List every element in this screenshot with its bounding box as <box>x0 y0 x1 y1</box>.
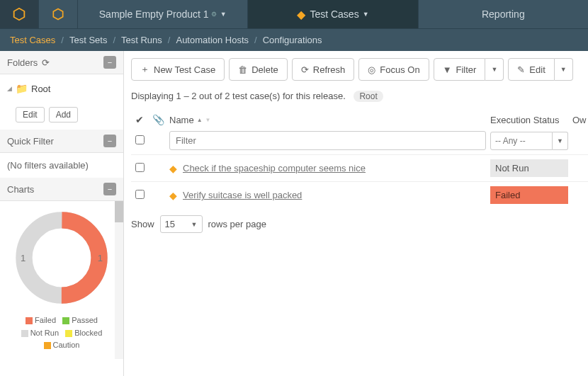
test-cases-menu[interactable]: ◆ Test Cases ▼ <box>248 0 418 28</box>
grid-filter-row: -- Any -- ▼ <box>131 131 588 150</box>
tree-twisty-icon[interactable]: ◢ <box>7 85 12 92</box>
folder-tree: ◢ 📁 Root <box>0 74 123 103</box>
legend-swatch-passed <box>62 317 69 324</box>
pager-suffix: rows per page <box>208 219 266 229</box>
refresh-icon[interactable]: ⟳ <box>42 57 50 68</box>
chart-container: 1 1 Failed Passed Not Run Blocked Cautio… <box>0 201 123 359</box>
delete-button[interactable]: 🗑Delete <box>229 58 288 81</box>
sort-asc-icon: ▲ <box>197 117 203 123</box>
exec-filter-dropdown[interactable]: ▼ <box>553 132 568 150</box>
col-exec-status[interactable]: Execution Status <box>490 115 568 125</box>
donut-label-right: 1 <box>98 253 103 263</box>
chevron-down-icon: ▼ <box>560 66 567 73</box>
row-checkbox[interactable] <box>135 163 145 172</box>
scrollbar-thumb[interactable] <box>115 201 123 222</box>
reporting-label: Reporting <box>482 8 525 20</box>
cube-logo-icon <box>11 6 27 22</box>
toolbar: ＋New Test Case 🗑Delete ⟳Refresh ◎Focus O… <box>131 58 588 81</box>
exec-filter-select[interactable]: -- Any -- <box>490 132 553 150</box>
grid-rows: ◆Check if the spaceship computer seems n… <box>131 154 588 208</box>
donut-label-left: 1 <box>21 253 26 263</box>
charts-title: Charts <box>7 184 34 195</box>
sub-nav: Test Cases / Test Sets / Test Runs / Aut… <box>0 28 588 51</box>
select-all-checkbox[interactable] <box>135 135 145 144</box>
edit-dropdown[interactable]: ▼ <box>555 58 573 81</box>
pager-show-label: Show <box>131 219 154 229</box>
edit-button[interactable]: ✎Edit <box>508 58 554 81</box>
filter-button-group: ▼Filter ▼ <box>434 58 504 81</box>
folder-icon: 📁 <box>16 83 28 94</box>
product-selector[interactable]: Sample Empty Product 1 ⚙ ▼ <box>78 0 248 28</box>
new-test-case-button[interactable]: ＋New Test Case <box>131 58 225 81</box>
chart-legend: Failed Passed Not Run Blocked Caution <box>21 314 103 352</box>
plus-icon: ＋ <box>140 63 149 76</box>
collapse-charts-button[interactable]: − <box>103 183 116 195</box>
table-row: ◆Verify suitcase is well packedFailed <box>131 181 588 208</box>
summary-text: Displaying 1 – 2 out of 2 test case(s) f… <box>131 91 346 101</box>
filter-button[interactable]: ▼Filter <box>434 58 486 81</box>
edit-button-group: ✎Edit ▼ <box>508 58 572 81</box>
quickfilter-title: Quick Filter <box>7 136 54 147</box>
root-label: Root <box>31 84 50 94</box>
table-row: ◆Check if the spaceship computer seems n… <box>131 154 588 181</box>
trash-icon: 🗑 <box>238 64 247 75</box>
chevron-down-icon: ▼ <box>191 221 198 228</box>
exec-status-cell: Not Run <box>490 159 568 177</box>
chevron-down-icon: ▼ <box>363 11 369 18</box>
summary-badge: Root <box>354 91 383 102</box>
rows-per-page-select[interactable]: 15 ▼ <box>160 215 203 233</box>
tc-label: Test Cases <box>310 8 358 20</box>
chevron-down-icon: ▼ <box>220 11 227 18</box>
subnav-test-cases[interactable]: Test Cases <box>10 35 55 45</box>
exec-status-cell: Failed <box>490 186 568 204</box>
col-name[interactable]: Name ▲ ▼ <box>169 115 486 125</box>
sort-desc-icon: ▼ <box>205 117 211 123</box>
grid-header: ✔ 📎 Name ▲ ▼ Execution Status Ow <box>131 111 588 131</box>
row-checkbox[interactable] <box>135 190 145 199</box>
edit-folder-button[interactable]: Edit <box>16 107 45 123</box>
test-case-link[interactable]: Verify suitcase is well packed <box>183 190 302 200</box>
cube-icon: ◆ <box>297 8 305 21</box>
sidebar: Folders ⟳ − ◢ 📁 Root Edit Add Quick Filt… <box>0 51 124 376</box>
filter-icon: ▼ <box>443 64 452 75</box>
app-logo[interactable] <box>0 0 39 28</box>
filter-dropdown[interactable]: ▼ <box>485 58 504 81</box>
edit-icon: ✎ <box>517 64 525 75</box>
legend-swatch-blocked <box>65 330 72 337</box>
gear-icon: ⚙ <box>211 11 217 18</box>
hexagon-icon <box>51 7 65 21</box>
folders-panel-header: Folders ⟳ − <box>0 51 123 74</box>
test-case-link[interactable]: Check if the spaceship computer seems ni… <box>183 163 366 173</box>
quickfilter-panel-header: Quick Filter − <box>0 130 123 153</box>
summary-bar: Displaying 1 – 2 out of 2 test case(s) f… <box>131 91 588 101</box>
folders-title: Folders <box>7 57 38 68</box>
subnav-automation-hosts[interactable]: Automation Hosts <box>176 35 249 45</box>
refresh-button[interactable]: ⟳Refresh <box>292 58 355 81</box>
subnav-test-runs[interactable]: Test Runs <box>121 35 162 45</box>
chevron-down-icon: ▼ <box>491 66 497 73</box>
subnav-configurations[interactable]: Configurations <box>263 35 322 45</box>
col-check: ✔ <box>131 114 148 125</box>
no-filters-text: (No filters available) <box>7 160 89 171</box>
focus-on-button[interactable]: ◎Focus On <box>358 58 429 81</box>
subnav-test-sets[interactable]: Test Sets <box>69 35 107 45</box>
cube-icon: ◆ <box>169 163 177 174</box>
quickfilter-body: (No filters available) <box>0 153 123 178</box>
col-owner[interactable]: Ow <box>572 115 588 125</box>
topbar: Sample Empty Product 1 ⚙ ▼ ◆ Test Cases … <box>0 0 588 28</box>
col-attach-icon: 📎 <box>152 114 165 125</box>
tree-root-node[interactable]: ◢ 📁 Root <box>7 80 116 97</box>
scrollbar-track[interactable] <box>115 201 123 359</box>
workspace-selector[interactable] <box>39 0 78 28</box>
collapse-quickfilter-button[interactable]: − <box>103 135 116 147</box>
refresh-icon: ⟳ <box>301 64 309 75</box>
legend-swatch-failed <box>26 317 33 324</box>
charts-panel-header: Charts − <box>0 178 123 201</box>
reporting-menu[interactable]: Reporting <box>419 0 588 28</box>
name-filter-input[interactable] <box>169 131 486 150</box>
collapse-folders-button[interactable]: − <box>103 56 116 69</box>
legend-swatch-notrun <box>21 330 28 337</box>
add-folder-button[interactable]: Add <box>49 107 78 123</box>
legend-swatch-caution <box>44 342 51 349</box>
donut-chart: 1 1 <box>12 208 111 307</box>
